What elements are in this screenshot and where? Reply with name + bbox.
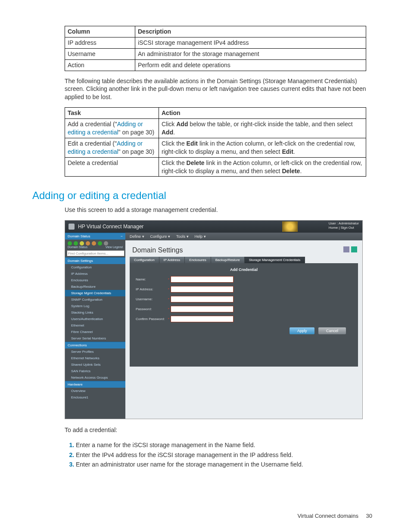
table-row: Add a credential ("Adding or editing a c… — [65, 119, 366, 138]
sidebar-item-overview[interactable]: Overview — [65, 388, 125, 394]
table-row: Username An administrator for the storag… — [65, 48, 366, 59]
sidebar-item-system-log[interactable]: System Log — [65, 303, 125, 309]
table-row: Edit a credential ("Adding or editing a … — [65, 138, 366, 157]
task-action-table: Task Action Add a credential ("Adding or… — [65, 107, 366, 177]
steps-list: Enter a name for the iSCSI storage manag… — [65, 440, 377, 469]
password-field[interactable] — [171, 306, 234, 312]
t1-h2: Description — [135, 26, 366, 37]
print-icon[interactable] — [343, 246, 349, 252]
menu-tools[interactable]: Tools ▾ — [176, 234, 189, 239]
label-name: Name: — [136, 277, 167, 281]
signout-link[interactable]: Sign Out — [341, 226, 354, 230]
sidebar-item-ethernet-networks[interactable]: Ethernet Networks — [65, 355, 125, 361]
step-3: Enter an administrator user name for the… — [76, 460, 377, 469]
menubar: Define ▾ Configure ▾ Tools ▾ Help ▾ — [125, 233, 362, 240]
section-intro: Use this screen to add a storage managem… — [65, 206, 375, 214]
sidebar-item-server-serial[interactable]: Server Serial Numbers — [65, 335, 125, 342]
menu-help[interactable]: Help ▾ — [195, 234, 206, 239]
sidebar-item-backup-restore[interactable]: Backup/Restore — [65, 283, 125, 290]
sidebar-item-san-fabrics[interactable]: SAN Fabrics — [65, 368, 125, 374]
sidebar: Domain Status− Domain StatusView Legend … — [65, 233, 125, 419]
user-box: User : Administrator Home | Sign Out — [329, 221, 359, 230]
actions-intro-paragraph: The following table describes the availa… — [65, 77, 375, 102]
sidebar-item-snmp[interactable]: SNMP Configuration — [65, 296, 125, 303]
table-row: IP address iSCSI storage management IPv4… — [65, 37, 366, 48]
add-intro: To add a credential: — [65, 426, 375, 434]
sidebar-section-hardware[interactable]: Hardware — [65, 381, 125, 388]
sidebar-item-enclosure1[interactable]: Enclosure1 — [65, 394, 125, 401]
tab-configuration[interactable]: Configuration — [130, 257, 159, 263]
sidebar-item-users-auth[interactable]: Users/Authentication — [65, 316, 125, 322]
sidebar-item-configuration[interactable]: Configuration — [65, 264, 125, 271]
sidebar-domain-status[interactable]: Domain Status− — [65, 233, 125, 240]
table-row: Action Perform edit and delete operation… — [65, 59, 366, 71]
column-description-table: Column Description IP address iSCSI stor… — [65, 26, 366, 71]
section-heading: Adding or editing a credential — [32, 190, 372, 202]
label-confirm: Confirm Password: — [136, 317, 167, 321]
confirm-password-field[interactable] — [171, 316, 234, 322]
sidebar-item-shared-uplink[interactable]: Shared Uplink Sets — [65, 361, 125, 368]
tab-storage-mgmt-credentials[interactable]: Storage Management Credentials — [245, 257, 305, 263]
tab-ip-address[interactable]: IP Address — [159, 257, 185, 263]
tabs: Configuration IP Address Enclosures Back… — [130, 257, 358, 263]
sidebar-item-storage-mgmt[interactable]: Storage Mgmt Credentials — [65, 290, 125, 296]
t1-h1: Column — [65, 26, 135, 37]
search-input[interactable]: Find Configuration Items... — [67, 250, 125, 256]
step-1: Enter a name for the iSCSI storage manag… — [76, 440, 377, 450]
page-title: Domain Settings — [132, 246, 183, 254]
product-title: HP Virtual Connect Manager — [78, 224, 143, 230]
tab-backup-restore[interactable]: Backup/Restore — [211, 257, 245, 263]
step-2: Enter the IPv4 address for the iSCSI sto… — [76, 450, 377, 460]
home-link[interactable]: Home — [329, 226, 338, 230]
name-field[interactable] — [171, 276, 234, 283]
tab-enclosures[interactable]: Enclosures — [185, 257, 211, 263]
sidebar-item-network-access[interactable]: Network Access Groups — [65, 374, 125, 381]
label-ip: IP Address: — [136, 287, 167, 291]
t2-h2: Action — [159, 108, 366, 119]
sidebar-item-server-profiles[interactable]: Server Profiles — [65, 348, 125, 355]
award-icon — [282, 221, 298, 232]
vcm-header: HP Virtual Connect Manager User : Admini… — [65, 221, 362, 233]
collapse-icon[interactable]: − — [121, 234, 123, 238]
vcm-screenshot: HP Virtual Connect Manager User : Admini… — [65, 220, 363, 419]
sidebar-item-stacking-links[interactable]: Stacking Links — [65, 309, 125, 316]
ip-address-field[interactable] — [171, 286, 234, 292]
username-field[interactable] — [171, 296, 234, 302]
sidebar-section-connections[interactable]: Connections — [65, 342, 125, 348]
panel-title: Add Credential — [136, 268, 352, 272]
label-pass: Password: — [136, 307, 167, 311]
sidebar-section-domain-settings[interactable]: Domain Settings — [65, 257, 125, 264]
cancel-button[interactable]: Cancel — [318, 327, 346, 334]
menu-define[interactable]: Define ▾ — [130, 234, 144, 239]
add-credential-panel: Add Credential Name:* IP Address:* Usern… — [130, 263, 358, 367]
page-title-row: Domain Settings — [125, 240, 362, 257]
sidebar-item-enclosures[interactable]: Enclosures — [65, 277, 125, 283]
status-icons — [65, 240, 125, 246]
t2-h1: Task — [65, 108, 159, 119]
help-icon[interactable] — [351, 246, 357, 252]
sidebar-item-ethernet[interactable]: Ethernet — [65, 322, 125, 329]
hp-logo-icon — [68, 224, 75, 230]
sidebar-item-fibre-channel[interactable]: Fibre Channel — [65, 329, 125, 335]
table-row: Delete a credential Click the Delete lin… — [65, 157, 366, 177]
label-user: Username: — [136, 297, 167, 301]
sidebar-item-ip-address[interactable]: IP Address — [65, 271, 125, 277]
menu-configure[interactable]: Configure ▾ — [150, 234, 171, 239]
apply-button[interactable]: Apply — [290, 327, 315, 334]
main-area: Define ▾ Configure ▾ Tools ▾ Help ▾ Doma… — [125, 233, 362, 419]
view-legend-link[interactable]: View Legend — [106, 246, 123, 249]
